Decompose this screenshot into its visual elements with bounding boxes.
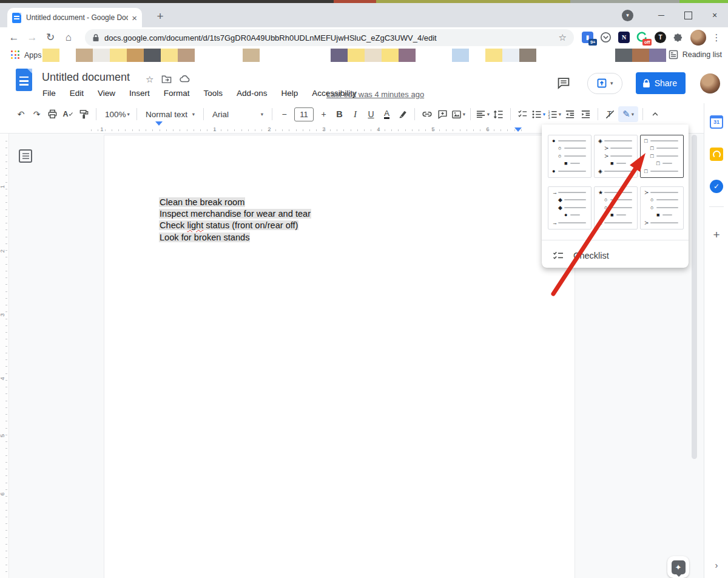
maximize-button[interactable] bbox=[675, 3, 701, 27]
star-document-icon[interactable]: ☆ bbox=[146, 74, 153, 85]
vertical-scrollbar[interactable] bbox=[692, 135, 697, 459]
bookmark-item[interactable] bbox=[243, 49, 260, 62]
font-select[interactable]: Arial▾ bbox=[208, 106, 268, 122]
insert-image-icon[interactable]: ▾ bbox=[451, 106, 466, 122]
explore-button[interactable]: ✦ bbox=[667, 556, 689, 578]
add-comment-icon[interactable] bbox=[435, 106, 450, 122]
last-edit-link[interactable]: Last edit was 4 minutes ago bbox=[326, 90, 424, 99]
increase-indent-icon[interactable] bbox=[578, 106, 593, 122]
browser-tab[interactable]: Untitled document - Google Doc × bbox=[7, 8, 142, 27]
grammar-extension-icon[interactable]: off bbox=[636, 31, 649, 44]
document-outline-icon[interactable] bbox=[19, 149, 32, 163]
insert-link-icon[interactable] bbox=[419, 106, 434, 122]
menu-view[interactable]: View bbox=[98, 89, 115, 98]
document-line[interactable]: Clean the break room bbox=[159, 197, 311, 208]
menu-help[interactable]: Help bbox=[281, 89, 298, 98]
pocket-extension-icon[interactable] bbox=[599, 31, 612, 44]
bookmark-item[interactable] bbox=[110, 49, 127, 62]
bookmark-item[interactable] bbox=[161, 49, 178, 62]
docs-logo-icon[interactable] bbox=[16, 69, 32, 91]
undo-icon[interactable]: ↶ bbox=[13, 106, 29, 122]
bookmark-item[interactable] bbox=[331, 49, 348, 62]
document-line[interactable]: Check light status (front on/rear off) bbox=[159, 220, 311, 231]
bookmark-item[interactable] bbox=[348, 49, 365, 62]
decrease-indent-icon[interactable] bbox=[562, 106, 578, 122]
bookmark-item[interactable] bbox=[365, 49, 382, 62]
browser-update-icon[interactable]: ▾ bbox=[622, 10, 633, 21]
italic-icon[interactable]: I bbox=[348, 106, 363, 122]
share-button[interactable]: Share bbox=[636, 72, 686, 94]
bookmark-item[interactable] bbox=[76, 49, 93, 62]
bookmark-item[interactable] bbox=[144, 49, 161, 62]
bullet-style-arrowhead-circle-square[interactable]: ≻○○■≻ bbox=[640, 186, 684, 229]
bookmark-item[interactable] bbox=[502, 49, 519, 62]
keep-icon[interactable] bbox=[710, 148, 723, 161]
tab-close-icon[interactable]: × bbox=[132, 13, 137, 23]
menu-edit[interactable]: Edit bbox=[70, 89, 84, 98]
menu-addons[interactable]: Add-ons bbox=[237, 89, 267, 98]
bookmark-item[interactable] bbox=[93, 49, 110, 62]
add-addon-button[interactable]: + bbox=[704, 228, 728, 242]
menu-tools[interactable]: Tools bbox=[204, 89, 223, 98]
browser-menu-icon[interactable]: ⋮ bbox=[712, 32, 721, 43]
extension-blue-icon[interactable]: ▮ 9+ bbox=[581, 31, 594, 44]
menu-insert[interactable]: Insert bbox=[129, 89, 150, 98]
bookmark-item[interactable] bbox=[485, 49, 502, 62]
increase-font-size-icon[interactable]: + bbox=[316, 106, 331, 122]
calendar-icon[interactable]: 31 bbox=[710, 115, 723, 129]
bullet-list-icon[interactable]: ▾ bbox=[531, 106, 546, 122]
bookmark-item[interactable] bbox=[632, 49, 649, 62]
line-spacing-icon[interactable] bbox=[491, 106, 506, 122]
extensions-puzzle-icon[interactable] bbox=[672, 31, 685, 44]
move-folder-icon[interactable] bbox=[161, 74, 172, 84]
clear-format-icon[interactable]: T bbox=[602, 106, 618, 122]
checklist-icon[interactable] bbox=[515, 106, 530, 122]
align-icon[interactable]: ▾ bbox=[475, 106, 490, 122]
document-title[interactable]: Untitled document bbox=[42, 71, 130, 84]
paint-format-icon[interactable] bbox=[76, 106, 92, 122]
edit-mode-icon[interactable]: ✎▾ bbox=[618, 106, 638, 122]
open-comments-icon[interactable] bbox=[557, 77, 570, 89]
bookmark-star-icon[interactable]: ☆ bbox=[559, 32, 567, 43]
redo-icon[interactable]: ↷ bbox=[29, 106, 44, 122]
zoom-select[interactable]: 100%▾ bbox=[101, 106, 132, 122]
document-line[interactable]: Look for broken stands bbox=[159, 232, 311, 243]
font-size-input[interactable]: 11 bbox=[294, 107, 314, 121]
checklist-menu-item[interactable]: Checklist bbox=[542, 243, 689, 268]
home-icon[interactable]: ⌂ bbox=[59, 29, 78, 46]
underline-icon[interactable]: U bbox=[363, 106, 379, 122]
collapse-toolbar-icon[interactable] bbox=[647, 106, 662, 122]
cloud-status-icon[interactable] bbox=[180, 74, 190, 83]
close-button[interactable]: × bbox=[701, 3, 728, 27]
bookmark-item[interactable] bbox=[615, 49, 632, 62]
apps-grid-icon[interactable] bbox=[11, 50, 20, 59]
bookmark-item[interactable] bbox=[519, 49, 536, 62]
bookmark-item[interactable] bbox=[649, 49, 666, 62]
bullet-style-arrow-diamond-disc[interactable]: →◆◆●→ bbox=[548, 186, 592, 229]
bookmark-item[interactable] bbox=[178, 49, 195, 62]
bullet-style-disc-circle-square[interactable]: ●○○■● bbox=[548, 135, 592, 178]
bullet-style-star-circle-square[interactable]: ★○○■★ bbox=[594, 186, 638, 229]
new-tab-button[interactable]: + bbox=[152, 8, 169, 25]
docs-profile-avatar[interactable] bbox=[700, 73, 720, 93]
document-text[interactable]: Clean the break roomInspect merchandise … bbox=[159, 197, 311, 243]
menu-file[interactable]: File bbox=[42, 89, 56, 98]
numbered-list-icon[interactable]: 123▾ bbox=[547, 106, 562, 122]
back-icon[interactable]: ← bbox=[5, 29, 23, 46]
paragraph-style-select[interactable]: Normal text▾ bbox=[141, 106, 199, 122]
browser-profile-avatar[interactable] bbox=[690, 30, 706, 46]
reload-icon[interactable]: ↻ bbox=[41, 29, 59, 46]
present-button[interactable]: ▾ bbox=[587, 73, 622, 94]
print-icon[interactable] bbox=[45, 106, 60, 122]
apps-label[interactable]: Apps bbox=[24, 51, 42, 59]
text-color-icon[interactable]: A bbox=[379, 106, 394, 122]
t-extension-icon[interactable]: T bbox=[654, 31, 667, 44]
menu-format[interactable]: Format bbox=[164, 89, 190, 98]
bookmark-item[interactable] bbox=[127, 49, 144, 62]
collapse-side-panel-icon[interactable]: › bbox=[704, 560, 728, 570]
reading-list-button[interactable]: Reading list bbox=[669, 50, 722, 59]
spellcheck-icon[interactable]: A bbox=[61, 106, 76, 122]
minimize-button[interactable]: ─ bbox=[648, 3, 675, 27]
bold-icon[interactable]: B bbox=[332, 106, 347, 122]
bookmark-item[interactable] bbox=[452, 49, 469, 62]
